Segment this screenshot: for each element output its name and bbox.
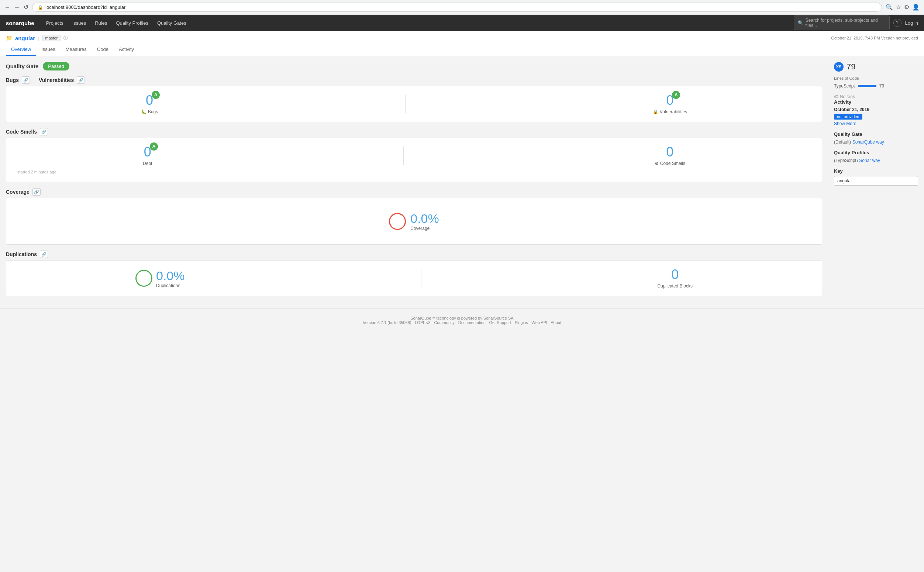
url-bar[interactable]: 🔒 localhost:9000/dashboard?id=angular [32,3,882,12]
nav-issues[interactable]: Issues [68,15,91,31]
vuln-link-icon[interactable]: 🔗 [77,76,85,84]
qg-default: (Default) [834,140,851,145]
footer-line1: SonarQube™ technology is powered by Sona… [8,316,916,320]
sidebar: XS 79 Lines of Code TypeScript 79 🏷 No t… [828,56,924,308]
bugs-panel: 0 A Bugs 0 A [6,86,822,122]
code-smells-panel-row: 0 A Debt 0 Code Smells [17,145,811,166]
duplications-section: Duplications 🔗 0.0% Duplications 0 [6,250,822,296]
qg-sidebar-section: Quality Gate (Default) SonarQube way [834,131,918,145]
footer: SonarQube™ technology is powered by Sona… [0,308,924,332]
no-tags-row: 🏷 No tags [834,94,918,99]
sub-header: 📁 angular | master ⓘ October 21, 2019, 7… [0,31,924,56]
qg-sidebar-title: Quality Gate [834,131,918,137]
dup-label: Duplications [156,283,185,288]
qp-link[interactable]: Sonar way [859,158,880,163]
no-tags: No tags [840,94,855,99]
nav-projects[interactable]: Projects [42,15,68,31]
nav-quality-gates[interactable]: Quality Gates [153,15,191,31]
logo[interactable]: sonarqube [6,20,34,26]
coverage-panel: 0.0% Coverage [6,198,822,245]
main-layout: Quality Gate Passed Bugs 🔗 Vulnerabiliti… [0,56,924,308]
code-smells-header: Code Smells 🔗 [6,128,822,135]
divider [405,95,405,113]
reload-button[interactable]: ↺ [23,4,28,11]
nav-right: ? Log in [893,19,918,27]
divider2 [403,146,404,165]
project-meta: October 21, 2019, 7:43 PM Version not pr… [831,36,918,40]
back-button[interactable]: ← [5,4,10,11]
vuln-label: Vulnerabilities [653,109,687,114]
duplications-panel: 0.0% Duplications 0 Duplicated Blocks [6,260,822,296]
top-nav: sonarqube Projects Issues Rules Quality … [0,15,924,31]
loc-label: Lines of Code [834,76,918,81]
typescript-bar [858,85,876,87]
dup-value-block: 0.0% Duplications [156,269,185,288]
account-icon[interactable]: 👤 [912,4,919,11]
smells-value: 0 [666,145,674,159]
coverage-header: Coverage 🔗 [6,188,822,196]
search-icon[interactable]: 🔍 [886,4,893,11]
tags-icon: 🏷 [834,94,839,99]
code-smells-link-icon[interactable]: 🔗 [40,128,48,135]
lock-icon: 🔒 [38,5,43,10]
debt-metric: 0 A Debt [143,145,152,166]
code-smells-section: Code Smells 🔗 0 A Debt 0 [6,128,822,182]
project-folder-icon: 📁 [6,35,12,41]
search-bar[interactable]: 🔍 Search for projects, sub-projects and … [794,16,890,30]
dup-blocks-label: Duplicated Blocks [658,283,693,289]
duplications-panel-row: 0.0% Duplications 0 Duplicated Blocks [17,268,811,289]
tab-activity[interactable]: Activity [113,44,139,56]
branch-info-icon[interactable]: ⓘ [64,35,68,41]
forward-button[interactable]: → [14,4,20,11]
smells-label: Code Smells [655,161,685,166]
coverage-section: Coverage 🔗 0.0% Coverage [6,188,822,245]
not-provided-badge: not provided [834,113,862,120]
key-input[interactable] [834,176,918,186]
bugs-panel-row: 0 A Bugs 0 A [17,94,811,114]
coverage-title: Coverage [6,189,30,195]
key-section: Key [834,168,918,186]
dup-circle [135,270,152,287]
qp-sidebar-title: Quality Profiles [834,150,918,155]
duplications-title: Duplications [6,251,37,257]
project-name[interactable]: angular [15,35,35,41]
activity-date: October 21, 2019 [834,107,918,112]
activity-section: Activity October 21, 2019 not provided S… [834,99,918,126]
extensions-icon[interactable]: ⚙ [904,4,909,11]
login-link[interactable]: Log in [905,20,918,26]
logo-text: sonarqube [6,20,34,26]
vuln-title: Vulnerabilities [39,77,74,83]
search-placeholder: Search for projects, sub-projects and fi… [806,18,886,28]
vuln-rating: A [672,91,680,99]
duplications-link-icon[interactable]: 🔗 [40,250,48,258]
typescript-label: TypeScript [834,83,855,89]
dup-blocks-value: 0 [671,268,679,281]
content-area: Quality Gate Passed Bugs 🔗 Vulnerabiliti… [0,56,828,308]
tab-measures[interactable]: Measures [61,44,92,56]
ts-row: TypeScript 79 [834,83,918,89]
bugs-section: Bugs 🔗 Vulnerabilities 🔗 0 A Bugs [6,76,822,122]
key-title: Key [834,168,918,174]
show-more-link[interactable]: Show More [834,121,918,126]
tab-issues[interactable]: Issues [36,44,61,56]
dup-value: 0.0% [156,269,185,283]
browser-bar: ← → ↺ 🔒 localhost:9000/dashboard?id=angu… [0,0,924,15]
bugs-metric: 0 A Bugs [141,94,158,114]
code-smells-title: Code Smells [6,129,37,135]
debt-rating: A [150,143,158,151]
project-bar: 📁 angular | master ⓘ October 21, 2019, 7… [6,31,918,41]
coverage-link-icon[interactable]: 🔗 [33,188,40,196]
help-icon[interactable]: ? [893,19,901,27]
started-note: started 2 minutes ago [17,170,56,174]
footer-line2: Version 6.7.1 (build 35068) - LGPL v3 - … [8,320,916,325]
bugs-link-icon[interactable]: 🔗 [22,76,30,84]
coverage-label: Coverage [410,226,439,231]
dup-blocks-metric: 0 Duplicated Blocks [658,268,693,289]
qg-link[interactable]: SonarQube way [853,140,884,145]
bookmark-icon[interactable]: ☆ [896,4,901,11]
duplications-header: Duplications 🔗 [6,250,822,258]
nav-rules[interactable]: Rules [90,15,112,31]
tab-overview[interactable]: Overview [6,44,36,56]
tab-code[interactable]: Code [92,44,113,56]
nav-quality-profiles[interactable]: Quality Profiles [112,15,152,31]
